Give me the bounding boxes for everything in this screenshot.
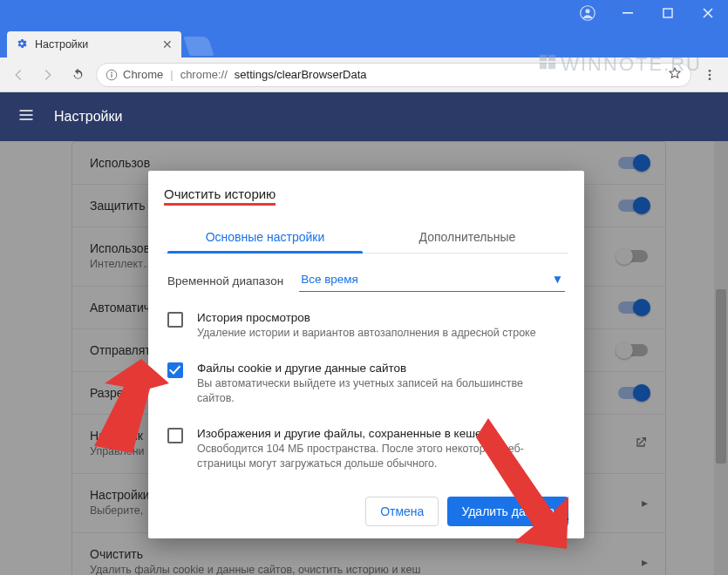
cancel-button[interactable]: Отмена — [365, 497, 439, 526]
window-titlebar — [0, 0, 728, 26]
confirm-button[interactable]: Удалить данные — [447, 497, 568, 526]
checkbox[interactable] — [167, 362, 183, 378]
option-desc: Удаление истории и вариантов автозаполне… — [197, 326, 536, 341]
svg-rect-6 — [111, 73, 112, 77]
browser-tabstrip: Настройки ✕ — [0, 26, 728, 58]
bookmark-icon[interactable] — [668, 66, 682, 83]
maximize-button[interactable] — [648, 0, 688, 26]
settings-stage: ИспользовЗащититьИспользовИнтеллект… бра… — [0, 141, 728, 575]
minimize-button[interactable] — [608, 0, 648, 26]
option-title: Изображения и другие файлы, сохраненные … — [197, 427, 546, 440]
mouse-cursor-icon — [556, 509, 572, 531]
dialog-options: История просмотровУдаление истории и вар… — [167, 301, 565, 481]
confirm-button-label: Удалить данные — [461, 504, 555, 518]
time-range-label: Временной диапазон — [167, 274, 283, 288]
dialog-tabs: Основные настройки Дополнительные — [164, 221, 568, 254]
browser-toolbar: Chrome | chrome://settings/clearBrowserD… — [0, 58, 728, 92]
tab-title: Настройки — [35, 38, 88, 51]
dropdown-icon: ▼ — [552, 273, 563, 286]
close-button[interactable] — [688, 0, 728, 26]
svg-point-1 — [585, 9, 589, 13]
omnibox-url-scheme: chrome:// — [180, 68, 228, 81]
svg-point-9 — [709, 78, 711, 80]
omnibox-url-path: settings/clearBrowserData — [235, 68, 367, 81]
option-desc: Освободится 104 МБ пространства. После э… — [197, 442, 546, 471]
option-title: История просмотров — [197, 311, 536, 324]
tab-close-icon[interactable]: ✕ — [162, 37, 173, 51]
page-header: Настройки — [0, 92, 728, 141]
svg-point-5 — [111, 71, 112, 73]
clear-data-dialog: Очистить историю Основные настройки Допо… — [148, 171, 584, 538]
omnibox-chip-label: Chrome — [123, 68, 163, 81]
page-title: Настройки — [54, 109, 122, 125]
address-bar[interactable]: Chrome | chrome://settings/clearBrowserD… — [96, 63, 691, 87]
reload-button[interactable] — [66, 64, 89, 86]
option-title: Файлы cookie и другие данные сайтов — [197, 362, 546, 375]
site-info-icon[interactable]: Chrome — [105, 68, 163, 81]
gear-icon — [16, 37, 28, 52]
tab-advanced[interactable]: Дополнительные — [366, 221, 568, 253]
checkbox[interactable] — [167, 312, 183, 328]
clear-data-option: История просмотровУдаление истории и вар… — [167, 301, 565, 351]
time-range-value: Все время — [301, 273, 358, 286]
svg-point-8 — [709, 73, 711, 76]
checkbox[interactable] — [167, 428, 183, 443]
dialog-title: Очистить историю — [164, 186, 568, 209]
new-tab-button[interactable] — [183, 37, 214, 56]
account-icon[interactable] — [568, 0, 608, 26]
clear-data-option: Файлы cookie и другие данные сайтовВы ав… — [167, 351, 565, 416]
browser-tab-active[interactable]: Настройки ✕ — [7, 31, 181, 58]
browser-menu-button[interactable] — [698, 64, 721, 86]
back-button[interactable] — [7, 64, 30, 86]
page: Настройки ИспользовЗащититьИспользовИнте… — [0, 92, 728, 575]
clear-data-option: Изображения и другие файлы, сохраненные … — [167, 416, 565, 482]
forward-button[interactable] — [37, 64, 59, 86]
svg-rect-3 — [663, 9, 672, 17]
time-range-select[interactable]: Все время ▼ — [299, 269, 565, 292]
option-desc: Вы автоматически выйдете из учетных запи… — [197, 376, 546, 406]
hamburger-icon[interactable] — [17, 106, 35, 127]
svg-rect-2 — [623, 12, 633, 14]
svg-point-7 — [709, 70, 711, 72]
tab-basic[interactable]: Основные настройки — [164, 221, 366, 253]
